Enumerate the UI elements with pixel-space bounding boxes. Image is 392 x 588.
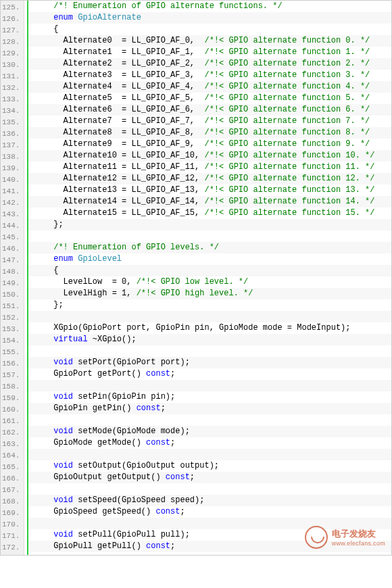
change-marker (24, 81, 27, 93)
line-number: 165. (2, 462, 20, 473)
code-line: Alternate10 = LL_GPIO_AF_10, /*!< GPIO a… (28, 150, 391, 162)
token-comment: /*!< GPIO alternate function 3. */ (204, 70, 370, 80)
token-plain: Alternate4 = LL_GPIO_AF_4, (34, 82, 204, 91)
code-line: void setPort(GpioPort port); (28, 357, 391, 368)
token-keyword: void (53, 358, 73, 367)
token-plain: ; (170, 541, 175, 551)
code-line: Alternate0 = LL_GPIO_AF_0, /*!< GPIO alt… (28, 35, 391, 47)
token-keyword: const (166, 472, 190, 482)
token-plain (34, 358, 53, 367)
token-plain: setSpeed(GpioSpeed speed); (73, 495, 204, 505)
token-plain: setPull(GpioPull pull); (73, 530, 190, 539)
code-line (28, 230, 391, 242)
token-keyword: void (53, 461, 73, 470)
change-marker (24, 495, 27, 506)
line-number: 131. (2, 71, 20, 82)
code-line: void setPin(GpioPin pin); (28, 391, 391, 403)
code-line (28, 483, 391, 495)
change-marker (24, 127, 27, 139)
token-plain: GpioSpeed getSpeed() (34, 507, 155, 516)
token-plain (34, 530, 53, 539)
token-plain: GpioPin getPin() (34, 403, 136, 413)
line-number: 134. (2, 105, 20, 117)
token-plain: ; (170, 438, 175, 447)
token-plain (34, 426, 53, 436)
token-plain: setOutput(GpioOutput output); (73, 461, 219, 470)
token-plain: Alternate11 = LL_GPIO_AF_11, (34, 162, 204, 172)
line-number: 168. (2, 496, 20, 508)
change-marker (24, 162, 27, 173)
token-comment: /*!< GPIO alternate function 9. */ (204, 139, 370, 149)
change-marker (24, 173, 27, 185)
code-line: Alternate14 = LL_GPIO_AF_14, /*!< GPIO a… (28, 196, 391, 207)
line-number: 129. (2, 48, 20, 59)
code-line: enum GpioLevel (28, 253, 391, 265)
change-marker (24, 242, 27, 253)
token-plain: Alternate13 = LL_GPIO_AF_13, (34, 185, 204, 195)
code-line: void setSpeed(GpioSpeed speed); (28, 495, 391, 506)
token-plain (34, 335, 53, 344)
token-plain: Alternate8 = LL_GPIO_AF_8, (34, 128, 204, 137)
token-keyword: const (146, 369, 170, 378)
change-marker (24, 403, 27, 414)
token-plain: Alternate10 = LL_GPIO_AF_10, (34, 151, 204, 160)
code-line: GpioOutput getOutput() const; (28, 472, 391, 483)
line-number: 139. (2, 163, 20, 174)
change-marker (24, 47, 27, 58)
token-comment: /*!< GPIO alternate function 14. */ (204, 197, 374, 206)
code-line: XGpio(GpioPort port, GpioPin pin, GpioMo… (28, 322, 391, 334)
token-plain: ; (190, 472, 195, 482)
change-marker (24, 139, 27, 150)
code-line: }; (28, 299, 391, 311)
change-marker (24, 196, 27, 207)
token-plain: ~XGpio(); (88, 335, 137, 344)
code-line: Alternate6 = LL_GPIO_AF_6, /*!< GPIO alt… (28, 104, 391, 116)
line-number: 128. (2, 36, 20, 48)
line-number: 159. (2, 393, 20, 404)
change-marker (24, 449, 27, 460)
code-line: Alternate7 = LL_GPIO_AF_7, /*!< GPIO alt… (28, 116, 391, 127)
line-number: 170. (2, 519, 20, 531)
line-number: 158. (2, 381, 20, 393)
token-plain: setPort(GpioPort port); (73, 358, 190, 367)
token-plain: Alternate6 = LL_GPIO_AF_6, (34, 105, 204, 114)
token-comment: /*!< GPIO alternate function 10. */ (204, 151, 374, 160)
change-marker (24, 1, 27, 12)
line-number: 160. (2, 404, 20, 416)
token-plain: Alternate1 = LL_GPIO_AF_1, (34, 47, 204, 57)
code-line: GpioPull getPull() const; (28, 541, 391, 552)
line-number: 172. (2, 542, 20, 554)
token-plain: GpioPull getPull() (34, 541, 146, 551)
line-number: 125. (2, 2, 20, 14)
token-plain: { (34, 24, 58, 34)
line-number: 133. (2, 94, 20, 105)
token-plain: LevelLow = 0, (34, 277, 136, 287)
line-number: 145. (2, 232, 20, 243)
code-line (28, 449, 391, 460)
token-plain: Alternate3 = LL_GPIO_AF_3, (34, 70, 204, 80)
token-keyword: void (53, 495, 73, 505)
code-line: GpioMode getMode() const; (28, 437, 391, 449)
token-plain (34, 1, 53, 11)
line-number: 140. (2, 174, 20, 186)
token-keyword: void (53, 392, 73, 401)
code-area: /*! Enumeration of GPIO alternate functi… (28, 1, 391, 555)
change-marker (24, 345, 27, 357)
token-keyword: enum (53, 13, 73, 22)
token-plain: Alternate5 = LL_GPIO_AF_5, (34, 93, 204, 103)
line-number: 126. (2, 14, 20, 25)
code-line: LevelLow = 0, /*!< GPIO low level. */ (28, 276, 391, 288)
code-line (28, 345, 391, 357)
code-line: Alternate13 = LL_GPIO_AF_13, /*!< GPIO a… (28, 185, 391, 196)
line-number: 161. (2, 416, 20, 427)
code-line: LevelHigh = 1, /*!< GPIO high level. */ (28, 288, 391, 299)
line-number: 157. (2, 370, 20, 381)
token-plain (34, 461, 53, 470)
token-plain: Alternate0 = LL_GPIO_AF_0, (34, 36, 204, 45)
change-marker (24, 207, 27, 219)
token-plain: ; (170, 369, 175, 378)
token-keyword: void (53, 426, 73, 436)
line-number: 153. (2, 324, 20, 335)
token-comment: /*!< GPIO low level. */ (137, 277, 249, 287)
token-comment: /*!< GPIO alternate function 11. */ (204, 162, 374, 172)
